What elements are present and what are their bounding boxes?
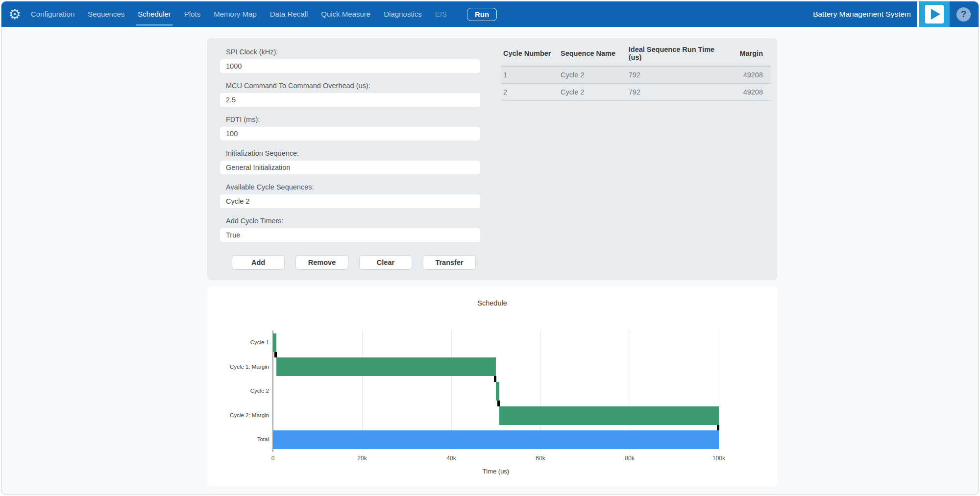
- cell-margin: 49208: [723, 66, 771, 84]
- chart-title: Schedule: [207, 299, 777, 307]
- col-margin: Margin: [723, 41, 771, 66]
- chart-connector: [494, 376, 496, 382]
- chart-connector: [497, 401, 500, 406]
- tab-plots[interactable]: Plots: [184, 1, 200, 27]
- remove-button[interactable]: Remove: [295, 255, 348, 270]
- field-mcu-overhead: MCU Command To Command Overhead (us):: [220, 82, 481, 107]
- y-axis-labels: Cycle 1Cycle 1: MarginCycle 2Cycle 2: Ma…: [207, 331, 271, 452]
- field-available-cycles: Available Cycle Sequences:: [220, 183, 481, 209]
- tab-scheduler[interactable]: Scheduler: [138, 1, 171, 27]
- cell-cycle-number: 1: [501, 66, 559, 84]
- cell-sequence-name: Cycle 2: [559, 66, 627, 84]
- schedule-chart-card: Schedule Cycle 1Cycle 1: MarginCycle 2Cy…: [207, 286, 777, 486]
- cell-run-time: 792: [627, 66, 723, 84]
- gear-icon[interactable]: ⚙: [8, 1, 21, 27]
- tab-memory-map[interactable]: Memory Map: [214, 1, 257, 27]
- tab-configuration[interactable]: Configuration: [31, 1, 74, 27]
- chart-x-tick-label: 60k: [536, 455, 545, 462]
- tab-data-recall[interactable]: Data Recall: [270, 1, 308, 27]
- navbar: ⚙ Configuration Sequences Scheduler Plot…: [1, 1, 979, 27]
- cell-run-time: 792: [627, 84, 723, 101]
- cycles-table: Cycle Number Sequence Name Ideal Sequenc…: [501, 41, 771, 101]
- cell-margin: 49208: [723, 84, 771, 101]
- field-add-cycle-timers: Add Cycle Timers:: [220, 217, 481, 242]
- app-window: ⚙ Configuration Sequences Scheduler Plot…: [1, 1, 979, 495]
- available-cycles-input[interactable]: [220, 194, 481, 209]
- init-sequence-input[interactable]: [220, 160, 481, 175]
- x-axis-title: Time (us): [273, 468, 719, 475]
- chart-x-tick-label: 40k: [446, 455, 456, 462]
- tab-diagnostics[interactable]: Diagnostics: [384, 1, 422, 27]
- col-ideal-run-time: Ideal Sequence Run Time (us): [627, 41, 723, 66]
- scheduler-settings-panel: SPI Clock (kHz): MCU Command To Command …: [207, 38, 777, 280]
- chart-x-tick-label: 0: [271, 455, 275, 462]
- chart-x-tick-label: 100k: [712, 455, 725, 462]
- play-icon: [925, 5, 944, 24]
- chart-connector: [274, 352, 277, 358]
- chart-gridline: [719, 331, 719, 452]
- tab-eis: EIS: [435, 1, 447, 27]
- play-button[interactable]: [917, 1, 950, 27]
- tab-sequences[interactable]: Sequences: [88, 1, 124, 27]
- chart-bar: [273, 333, 276, 352]
- tab-quick-measure[interactable]: Quick Measure: [321, 1, 370, 27]
- add-cycle-timers-label: Add Cycle Timers:: [226, 217, 481, 225]
- chart-x-tick-label: 20k: [357, 455, 367, 462]
- chart-bar: [276, 357, 496, 376]
- nav-tabs: Configuration Sequences Scheduler Plots …: [31, 1, 460, 27]
- transfer-button[interactable]: Transfer: [423, 255, 476, 270]
- mcu-overhead-label: MCU Command To Command Overhead (us):: [226, 82, 481, 90]
- x-axis-ticks: 020k40k60k80k100k: [273, 455, 719, 463]
- run-button[interactable]: Run: [467, 8, 497, 21]
- table-row[interactable]: 2 Cycle 2 792 49208: [501, 84, 771, 101]
- chart-bar: [273, 430, 719, 449]
- cell-cycle-number: 2: [501, 84, 559, 101]
- cell-sequence-name: Cycle 2: [559, 84, 627, 101]
- chart-category-label: Cycle 1: Margin: [207, 355, 271, 379]
- available-cycles-label: Available Cycle Sequences:: [226, 183, 481, 191]
- chart-category-label: Total: [207, 427, 271, 452]
- chart-bar: [499, 406, 719, 425]
- spi-clock-input[interactable]: [220, 59, 481, 73]
- col-cycle-number: Cycle Number: [501, 41, 559, 66]
- chart-bar: [496, 382, 499, 401]
- chart-connector: [717, 425, 719, 431]
- init-sequence-label: Initialization Sequence:: [226, 149, 481, 157]
- chart-category-label: Cycle 2: [207, 379, 271, 403]
- field-fdti: FDTI (ms):: [220, 116, 481, 141]
- add-cycle-timers-input[interactable]: [220, 228, 481, 242]
- chart-x-tick-label: 80k: [625, 455, 634, 462]
- help-icon[interactable]: ?: [956, 7, 971, 22]
- fdti-label: FDTI (ms):: [226, 116, 481, 123]
- fdti-input[interactable]: [220, 126, 481, 141]
- field-spi-clock: SPI Clock (kHz):: [220, 48, 481, 73]
- table-row[interactable]: 1 Cycle 2 792 49208: [501, 66, 771, 84]
- form-buttons: Add Remove Clear Transfer: [232, 255, 476, 270]
- app-title: Battery Management System: [813, 10, 917, 19]
- plot-area: [273, 331, 719, 452]
- chart-category-label: Cycle 2: Margin: [207, 403, 271, 428]
- spi-clock-label: SPI Clock (kHz):: [226, 48, 481, 56]
- col-sequence-name: Sequence Name: [559, 41, 627, 66]
- cycles-table-header: Cycle Number Sequence Name Ideal Sequenc…: [501, 41, 771, 66]
- field-init-sequence: Initialization Sequence:: [220, 149, 481, 175]
- chart-category-label: Cycle 1: [207, 331, 271, 355]
- mcu-overhead-input[interactable]: [220, 93, 481, 107]
- clear-button[interactable]: Clear: [359, 255, 412, 270]
- add-button[interactable]: Add: [232, 255, 285, 270]
